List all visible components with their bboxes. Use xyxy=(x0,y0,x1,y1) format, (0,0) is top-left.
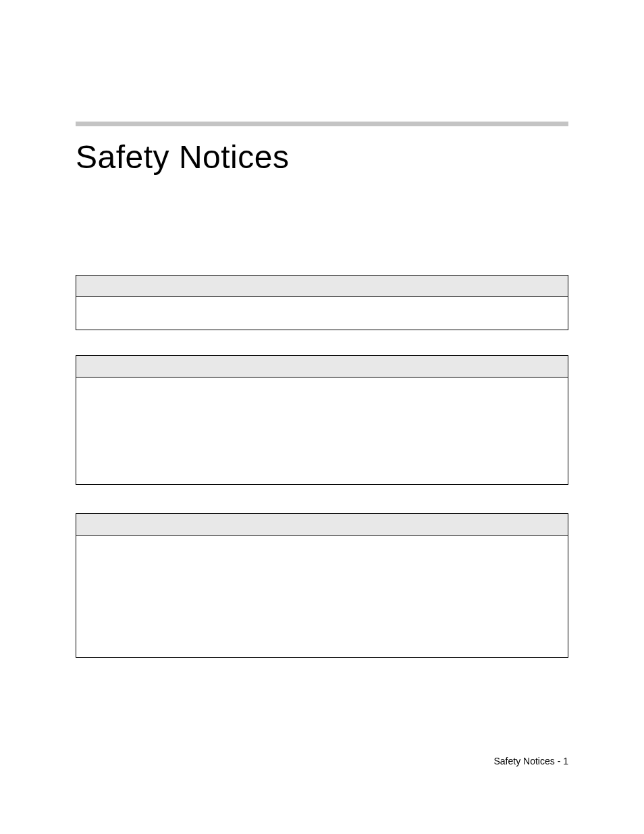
notice-header xyxy=(76,514,568,536)
header-divider xyxy=(76,122,568,126)
page-title: Safety Notices xyxy=(76,138,568,176)
notice-body xyxy=(76,377,568,484)
notice-body xyxy=(76,297,568,330)
notice-header xyxy=(76,276,568,297)
notice-body xyxy=(76,536,568,657)
notice-box-2 xyxy=(76,355,568,485)
notice-box-3 xyxy=(76,513,568,658)
document-page: Safety Notices xyxy=(0,0,644,658)
notice-box-1 xyxy=(76,275,568,330)
page-footer: Safety Notices - 1 xyxy=(494,756,569,766)
notice-header xyxy=(76,356,568,377)
